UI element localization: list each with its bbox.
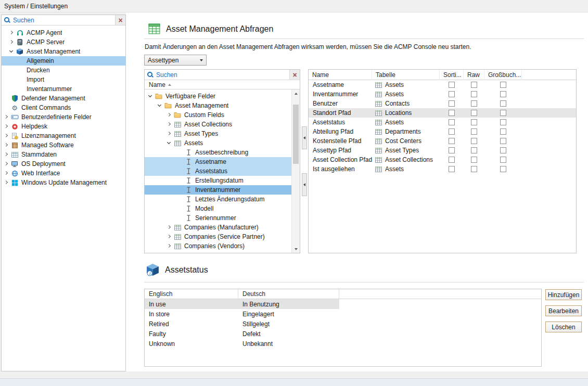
sort-checkbox[interactable] — [449, 166, 455, 172]
panel-splitter[interactable] — [301, 69, 308, 253]
fields-search-input[interactable] — [155, 71, 289, 79]
query-type-select[interactable]: Assettypen — [144, 55, 207, 66]
status-row[interactable]: Faulty Defekt — [145, 329, 339, 339]
chevron-right-icon[interactable] — [4, 171, 9, 176]
query-grid-row[interactable]: Abteilung Pfad Departments — [309, 127, 576, 136]
query-grid-row[interactable]: Kostenstelle Pfad Cost Centers — [309, 136, 576, 146]
field-tree-item[interactable]: Verfügbare Felder — [145, 92, 291, 101]
chevron-down-icon[interactable] — [157, 103, 163, 109]
sidebar-item[interactable]: Lizenzmanagement — [2, 131, 125, 140]
clear-search-button[interactable]: × — [115, 15, 125, 25]
field-tree-item[interactable]: Assetbeschreibung — [145, 148, 291, 157]
uppercase-checkbox[interactable] — [500, 138, 506, 144]
chevron-down-icon[interactable] — [148, 94, 154, 99]
sort-checkbox[interactable] — [449, 138, 455, 144]
raw-checkbox[interactable] — [471, 110, 477, 116]
grid-column-header[interactable]: Name — [309, 70, 372, 80]
chevron-right-icon[interactable] — [4, 152, 9, 158]
grid-column-header[interactable]: Tabelle — [372, 70, 440, 80]
raw-checkbox[interactable] — [471, 138, 477, 144]
sidebar-item[interactable]: OS Deployment — [2, 159, 125, 169]
chevron-down-icon[interactable] — [9, 49, 15, 55]
sidebar-item[interactable]: ⚙Client Commands — [2, 103, 125, 112]
query-grid-row[interactable]: Ist ausgeliehen Assets — [309, 164, 576, 174]
uppercase-checkbox[interactable] — [500, 128, 506, 135]
sidebar-item[interactable]: Asset Management — [2, 47, 125, 56]
uppercase-checkbox[interactable] — [500, 110, 506, 116]
uppercase-checkbox[interactable] — [500, 82, 506, 88]
sidebar-item[interactable]: Drucken — [2, 66, 125, 75]
sort-checkbox[interactable] — [449, 82, 455, 88]
field-tree-item[interactable]: Companies (Manufacturer) — [145, 223, 291, 232]
grid-column-header[interactable]: Großbuch... — [484, 70, 522, 80]
query-grid-row[interactable]: Assettyp Pfad Asset Types — [309, 146, 576, 155]
chevron-right-icon[interactable] — [167, 131, 172, 137]
chevron-right-icon[interactable] — [167, 112, 172, 118]
field-tree-item[interactable]: Seriennummer — [145, 213, 291, 223]
chevron-right-icon[interactable] — [167, 225, 172, 230]
raw-checkbox[interactable] — [471, 147, 477, 153]
field-tree-item[interactable]: Modell — [145, 204, 291, 213]
sidebar-item[interactable]: ACMP Server — [2, 37, 125, 47]
chevron-right-icon[interactable] — [4, 114, 9, 120]
sidebar-item[interactable]: Windows Update Management — [2, 178, 125, 187]
query-grid-row[interactable]: Asset Collection Pfad Asset Collections — [309, 155, 576, 164]
grid-column-header[interactable]: Sorti... — [440, 70, 464, 80]
grid-column-header[interactable]: Raw — [464, 70, 484, 80]
uppercase-checkbox[interactable] — [500, 166, 506, 172]
scrollbar-thumb[interactable] — [293, 105, 299, 164]
field-tree-item[interactable]: Companies (Vendors) — [145, 241, 291, 251]
delete-button[interactable]: Löschen — [545, 321, 582, 332]
uppercase-checkbox[interactable] — [500, 119, 506, 125]
field-tree-item[interactable]: Assetstatus — [145, 166, 291, 176]
sidebar-item[interactable]: Allgemein — [2, 56, 125, 66]
chevron-right-icon[interactable] — [4, 124, 9, 130]
raw-checkbox[interactable] — [471, 128, 477, 135]
chevron-right-icon[interactable] — [9, 40, 15, 45]
field-tree-item[interactable]: Companies (Service Partner) — [145, 232, 291, 241]
uppercase-checkbox[interactable] — [500, 100, 506, 107]
status-row[interactable]: Unknown Unbekannt — [145, 339, 339, 349]
sidebar-item[interactable]: Inventarnummer — [2, 84, 125, 94]
clear-search-button[interactable]: × — [289, 70, 300, 80]
query-grid-row[interactable]: Assetstatus Assets — [309, 118, 576, 127]
vertical-scrollbar[interactable] — [291, 89, 300, 253]
add-button[interactable]: Hinzufügen — [545, 289, 582, 300]
status-row[interactable]: In store Eingelagert — [145, 309, 339, 319]
sort-checkbox[interactable] — [449, 147, 455, 153]
sort-checkbox[interactable] — [449, 91, 455, 97]
field-tree-item[interactable]: Letztes Änderungsdatum — [145, 195, 291, 204]
chevron-right-icon[interactable] — [167, 122, 172, 127]
edit-button[interactable]: Bearbeiten — [545, 305, 582, 316]
uppercase-checkbox[interactable] — [500, 147, 506, 153]
sidebar-item[interactable]: ACMP Agent — [2, 28, 125, 37]
sort-checkbox[interactable] — [449, 128, 455, 135]
field-tree-item[interactable]: Asset Collections — [145, 120, 291, 129]
status-column-header[interactable]: Englisch — [145, 289, 238, 299]
raw-checkbox[interactable] — [471, 91, 477, 97]
collapse-left-button[interactable] — [302, 173, 307, 196]
sidebar-item[interactable]: Stammdaten — [2, 150, 125, 159]
query-grid-row[interactable]: Benutzer Contacts — [309, 99, 576, 108]
field-tree-item[interactable]: Custom Fields — [145, 110, 291, 120]
field-tree-item[interactable]: Inventarnummer — [145, 185, 291, 195]
sidebar-search-input[interactable] — [12, 17, 115, 24]
status-row[interactable]: In use In Benutzung — [145, 299, 339, 309]
sidebar-item[interactable]: Import — [2, 75, 125, 84]
uppercase-checkbox[interactable] — [500, 91, 506, 97]
sort-checkbox[interactable] — [449, 100, 455, 107]
sidebar-item[interactable]: Managed Software — [2, 140, 125, 150]
sidebar-item[interactable]: Helpdesk — [2, 122, 125, 131]
uppercase-checkbox[interactable] — [500, 157, 506, 163]
chevron-right-icon[interactable] — [4, 133, 9, 139]
scroll-up-button[interactable] — [292, 89, 300, 97]
sidebar-item[interactable]: Web Interface — [2, 169, 125, 178]
collapse-left-button[interactable] — [302, 126, 307, 149]
field-tree-item[interactable]: Asset Management — [145, 101, 291, 110]
chevron-right-icon[interactable] — [4, 180, 9, 186]
sort-checkbox[interactable] — [449, 119, 455, 125]
query-grid-row[interactable]: Standort Pfad Locations — [309, 108, 576, 118]
query-grid-row[interactable]: Inventarnummer Assets — [309, 89, 576, 99]
sort-checkbox[interactable] — [449, 157, 455, 163]
scroll-down-button[interactable] — [292, 245, 300, 253]
